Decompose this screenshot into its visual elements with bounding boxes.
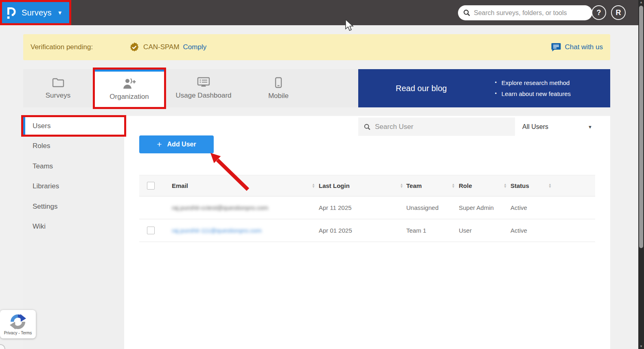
sidebar-item-wiki[interactable]: Wiki bbox=[23, 217, 124, 237]
recaptcha-badge: Privacy - Terms bbox=[0, 310, 36, 338]
tab-bar: Surveys Organization Usage Dashboard bbox=[23, 69, 610, 107]
user-search bbox=[358, 118, 515, 136]
plus-icon: + bbox=[157, 140, 162, 149]
dashboard-icon bbox=[197, 77, 210, 88]
sidebar-item-users[interactable]: Users bbox=[23, 116, 124, 136]
sidebar-item-teams[interactable]: Teams bbox=[23, 156, 124, 177]
row-checkbox[interactable] bbox=[147, 227, 155, 234]
chat-bubble-icon bbox=[551, 43, 561, 52]
user-last-login: Apr 11 2025 bbox=[319, 204, 397, 211]
chevron-down-icon: ▼ bbox=[57, 10, 63, 16]
col-status: Status bbox=[510, 182, 545, 189]
user-status: Active bbox=[510, 227, 545, 234]
user-role: Super Admin bbox=[459, 204, 500, 211]
sidebar-item-wiki-label: Wiki bbox=[33, 222, 46, 231]
sort-icon[interactable]: ▲▼ bbox=[545, 183, 555, 188]
scroll-down-icon[interactable]: ▼ bbox=[638, 344, 644, 349]
col-email: Email bbox=[172, 182, 308, 189]
scroll-up-icon[interactable]: ▲ bbox=[638, 0, 644, 5]
top-bar: Surveys ▼ ? R bbox=[0, 0, 638, 25]
verification-pending-label: Verification pending: bbox=[31, 43, 93, 51]
sort-icon[interactable]: ▲▼ bbox=[448, 183, 459, 188]
tab-mobile-label: Mobile bbox=[268, 92, 289, 100]
product-switcher-label: Surveys bbox=[22, 8, 52, 17]
user-status: Active bbox=[510, 204, 545, 211]
comply-link[interactable]: Comply bbox=[183, 43, 207, 51]
add-user-button[interactable]: + Add User bbox=[139, 135, 214, 153]
col-team: Team bbox=[406, 182, 448, 189]
recaptcha-privacy-terms[interactable]: Privacy - Terms bbox=[4, 331, 32, 335]
col-last-login: Last Login bbox=[319, 182, 397, 189]
user-email[interactable]: raj.purohit-cctest@questionpro.com bbox=[172, 204, 308, 211]
user-filter-dropdown[interactable]: All Users ▼ bbox=[522, 118, 592, 136]
sidebar-item-settings[interactable]: Settings bbox=[23, 196, 124, 217]
certification-seal-icon bbox=[129, 42, 139, 52]
col-role: Role bbox=[459, 182, 500, 189]
chat-launcher-partial bbox=[0, 344, 5, 349]
tab-surveys[interactable]: Surveys bbox=[23, 69, 93, 107]
user-filter-value: All Users bbox=[522, 123, 548, 131]
sidebar-item-roles-label: Roles bbox=[33, 142, 50, 150]
blog-promo-title: Read our blog bbox=[396, 84, 447, 93]
mobile-icon bbox=[275, 77, 282, 88]
sidebar-item-roles[interactable]: Roles bbox=[23, 136, 124, 157]
tab-usage-dashboard[interactable]: Usage Dashboard bbox=[166, 69, 241, 107]
table-row[interactable]: raj.purohit-111@questionpro.com Apr 01 2… bbox=[139, 219, 595, 242]
select-all-checkbox[interactable] bbox=[147, 182, 155, 190]
sort-icon[interactable]: ▲▼ bbox=[500, 183, 510, 188]
global-search-input[interactable] bbox=[474, 9, 587, 17]
page-scrollbar: ▲ ▼ bbox=[638, 0, 644, 349]
users-table: Email ▲▼ Last Login ▲▼ Team ▲▼ Role ▲▼ S… bbox=[139, 175, 595, 242]
chevron-down-icon: ▼ bbox=[588, 124, 592, 129]
bullet-icon: • bbox=[495, 77, 497, 88]
product-switcher[interactable]: Surveys ▼ bbox=[0, 0, 71, 25]
chat-with-us-label: Chat with us bbox=[565, 43, 603, 51]
tab-surveys-label: Surveys bbox=[46, 92, 70, 100]
add-user-label: Add User bbox=[167, 141, 196, 148]
user-email[interactable]: raj.purohit-111@questionpro.com bbox=[172, 227, 308, 234]
chat-with-us-button[interactable]: Chat with us bbox=[551, 43, 603, 52]
blog-promo-panel[interactable]: Read our blog • Explore research method … bbox=[358, 69, 610, 107]
blog-bullet-2: Learn about new features bbox=[502, 88, 571, 99]
tab-usage-dashboard-label: Usage Dashboard bbox=[175, 92, 231, 100]
tab-organization-label: Organization bbox=[110, 93, 149, 101]
tab-mobile[interactable]: Mobile bbox=[241, 69, 315, 107]
sidebar-item-libraries-label: Libraries bbox=[33, 182, 59, 190]
sidebar-item-teams-label: Teams bbox=[33, 162, 53, 170]
tab-organization[interactable]: Organization bbox=[93, 69, 166, 107]
folder-icon bbox=[52, 77, 64, 88]
recaptcha-icon bbox=[10, 314, 26, 330]
verification-banner: Verification pending: CAN-SPAM Comply Ch… bbox=[23, 34, 610, 60]
org-sidebar: Users Roles Teams Libraries Settings Wik… bbox=[23, 116, 124, 349]
users-table-header: Email ▲▼ Last Login ▲▼ Team ▲▼ Role ▲▼ S… bbox=[139, 175, 595, 196]
help-button[interactable]: ? bbox=[591, 5, 606, 20]
sidebar-item-settings-label: Settings bbox=[33, 203, 57, 211]
can-spam-label: CAN-SPAM bbox=[143, 43, 179, 51]
sort-icon[interactable]: ▲▼ bbox=[397, 183, 406, 188]
search-icon bbox=[463, 9, 470, 16]
user-last-login: Apr 01 2025 bbox=[319, 227, 397, 234]
sidebar-item-users-label: Users bbox=[33, 122, 50, 130]
user-search-input[interactable] bbox=[375, 123, 509, 131]
users-content-panel: All Users ▼ + Add User Email ▲▼ Last Log… bbox=[124, 116, 610, 349]
table-row[interactable]: raj.purohit-cctest@questionpro.com Apr 1… bbox=[139, 196, 595, 219]
user-add-icon bbox=[123, 78, 136, 89]
scrollbar-thumb[interactable] bbox=[639, 6, 643, 248]
bullet-icon: • bbox=[495, 88, 497, 99]
global-search bbox=[458, 5, 592, 20]
sort-icon[interactable]: ▲▼ bbox=[308, 183, 319, 188]
search-icon bbox=[364, 124, 370, 130]
blog-promo-bullets: • Explore research method • Learn about … bbox=[495, 77, 571, 99]
user-role: User bbox=[459, 227, 500, 234]
questionpro-logo-icon bbox=[7, 6, 17, 19]
user-team: Team 1 bbox=[406, 227, 448, 234]
user-team: Unassigned bbox=[406, 204, 448, 211]
sidebar-item-libraries[interactable]: Libraries bbox=[23, 177, 124, 197]
blog-bullet-1: Explore research method bbox=[502, 77, 570, 88]
avatar[interactable]: R bbox=[611, 5, 626, 20]
